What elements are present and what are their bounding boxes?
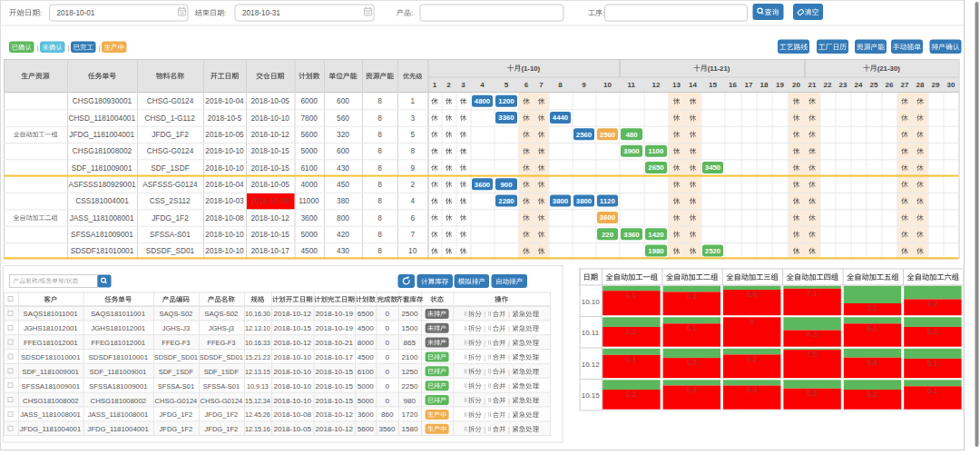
- svg-text:6100: 6100: [358, 368, 375, 376]
- svg-text:8: 8: [377, 213, 382, 223]
- svg-text:1250: 1250: [401, 368, 418, 376]
- svg-text:2018-10-5: 2018-10-5: [208, 114, 242, 123]
- svg-text:430: 430: [337, 246, 349, 255]
- svg-text:8000: 8000: [358, 339, 375, 347]
- svg-text:2018-10-12: 2018-10-12: [251, 130, 290, 139]
- svg-text:1100: 1100: [648, 147, 664, 155]
- svg-text:6: 6: [410, 213, 415, 223]
- svg-text:6.1: 6.1: [867, 323, 878, 332]
- svg-text:860: 860: [381, 410, 394, 419]
- svg-text:3600: 3600: [475, 181, 491, 189]
- svg-text:1720: 1720: [401, 410, 418, 419]
- svg-text:9: 9: [410, 163, 415, 173]
- svg-text:8: 8: [377, 163, 382, 173]
- svg-text:6.8: 6.8: [747, 290, 758, 299]
- svg-text:CHSG-G0124: CHSG-G0124: [147, 96, 194, 105]
- svg-text:600: 600: [337, 146, 349, 155]
- svg-text:8: 8: [377, 96, 382, 105]
- svg-text:21: 21: [808, 81, 817, 89]
- svg-text:|: |: [484, 340, 485, 347]
- svg-text:2018-10-10: 2018-10-10: [205, 163, 244, 173]
- svg-text:3360: 3360: [498, 114, 514, 122]
- svg-text:8: 8: [377, 246, 382, 255]
- svg-text:CSS181004001: CSS181004001: [75, 196, 129, 205]
- svg-text:1500: 1500: [401, 324, 418, 332]
- svg-text:12.45.26: 12.45.26: [245, 410, 270, 419]
- svg-text:2018-10-10: 2018-10-10: [274, 353, 312, 361]
- svg-text:8: 8: [377, 130, 382, 139]
- svg-text:30: 30: [947, 81, 956, 89]
- svg-text::: :: [40, 9, 42, 17]
- svg-text:2500: 2500: [401, 310, 418, 318]
- svg-text:6.3: 6.3: [687, 385, 698, 394]
- svg-text:FFEG-F3: FFEG-F3: [162, 339, 190, 347]
- svg-text:SFSSA181009001: SFSSA181009001: [22, 382, 81, 391]
- svg-text:JGHS-j3: JGHS-j3: [209, 324, 234, 332]
- svg-text:2018-10-12: 2018-10-12: [274, 310, 312, 318]
- svg-text:6.2: 6.2: [687, 292, 698, 301]
- svg-text:SFSSA181009001: SFSSA181009001: [71, 230, 133, 239]
- svg-text:6500: 6500: [358, 310, 375, 318]
- svg-text::: :: [224, 9, 226, 17]
- svg-text:JGHS181012001: JGHS181012001: [24, 324, 78, 332]
- svg-text:560: 560: [337, 114, 349, 123]
- svg-text:CSS_2S112: CSS_2S112: [150, 196, 191, 205]
- svg-text:7800: 7800: [301, 114, 318, 123]
- svg-text:SAQS181011001: SAQS181011001: [24, 310, 78, 318]
- svg-text:2018-10-05: 2018-10-05: [251, 96, 290, 105]
- svg-text:JFDG_1F2: JFDG_1F2: [160, 425, 193, 433]
- svg-text:|: |: [484, 383, 485, 391]
- svg-text:8: 8: [377, 230, 382, 239]
- svg-text:2018-10-10: 2018-10-10: [205, 246, 244, 255]
- svg-text:3600: 3600: [301, 213, 318, 223]
- svg-text:SFSSA-S01: SFSSA-S01: [158, 382, 194, 391]
- svg-text:2018-10-19: 2018-10-19: [316, 310, 354, 318]
- svg-text:8: 8: [377, 180, 382, 189]
- svg-text:2650: 2650: [648, 163, 664, 172]
- svg-text:2018-10-15: 2018-10-15: [274, 324, 312, 332]
- svg-text:4500: 4500: [301, 246, 318, 255]
- svg-text:5: 5: [505, 81, 509, 89]
- svg-text:CHSD_1-G112: CHSD_1-G112: [145, 114, 196, 123]
- svg-text:|: |: [484, 411, 485, 419]
- svg-text:2018-10-08: 2018-10-08: [274, 410, 312, 419]
- svg-text:10.10: 10.10: [582, 298, 601, 306]
- svg-text:8: 8: [558, 81, 563, 89]
- svg-text:2018-10-12: 2018-10-12: [251, 213, 290, 223]
- svg-text:16: 16: [729, 81, 737, 89]
- svg-text:0: 0: [385, 368, 389, 376]
- svg-text:CHSG180930001: CHSG180930001: [73, 96, 132, 105]
- svg-text:JFDG_1181004001: JFDG_1181004001: [20, 425, 81, 433]
- svg-text:|: |: [484, 311, 485, 318]
- svg-text:0: 0: [385, 324, 389, 332]
- svg-text:JGHS-J3: JGHS-J3: [162, 324, 190, 332]
- svg-text:10.11: 10.11: [582, 329, 600, 337]
- svg-text:5000: 5000: [301, 146, 318, 155]
- svg-text::: :: [411, 9, 413, 17]
- svg-text:6100: 6100: [301, 163, 318, 173]
- svg-text:3.1: 3.1: [867, 303, 878, 312]
- svg-text:4: 4: [410, 196, 415, 205]
- svg-text:SDF_1181009001: SDF_1181009001: [22, 368, 79, 376]
- svg-text:4.3: 4.3: [807, 330, 818, 339]
- svg-text:2018-10-15: 2018-10-15: [251, 146, 290, 155]
- svg-text:SAQS-S02: SAQS-S02: [160, 310, 193, 318]
- svg-text:3: 3: [461, 81, 466, 89]
- svg-text:13: 13: [672, 81, 681, 89]
- svg-text:2018-10-10: 2018-10-10: [205, 230, 244, 239]
- svg-text:2018-10-21: 2018-10-21: [316, 339, 354, 347]
- svg-text:2018-10-05: 2018-10-05: [251, 180, 290, 189]
- svg-text:/: /: [38, 278, 40, 284]
- svg-text:900: 900: [501, 181, 514, 189]
- svg-text:10.9.13: 10.9.13: [247, 382, 269, 391]
- svg-text:SFSSA-S01: SFSSA-S01: [150, 230, 191, 239]
- svg-text:3: 3: [410, 114, 415, 123]
- svg-text:5000: 5000: [358, 397, 375, 405]
- svg-text:2018-10-17: 2018-10-17: [251, 246, 290, 255]
- svg-text:2018-10-12: 2018-10-12: [316, 425, 354, 433]
- svg-text:8: 8: [410, 146, 415, 155]
- svg-text:6.2: 6.2: [747, 354, 758, 363]
- svg-text:SDF_1181009001: SDF_1181009001: [72, 163, 132, 173]
- svg-text:2250: 2250: [401, 382, 418, 391]
- svg-text:2018-10-19: 2018-10-19: [316, 324, 354, 332]
